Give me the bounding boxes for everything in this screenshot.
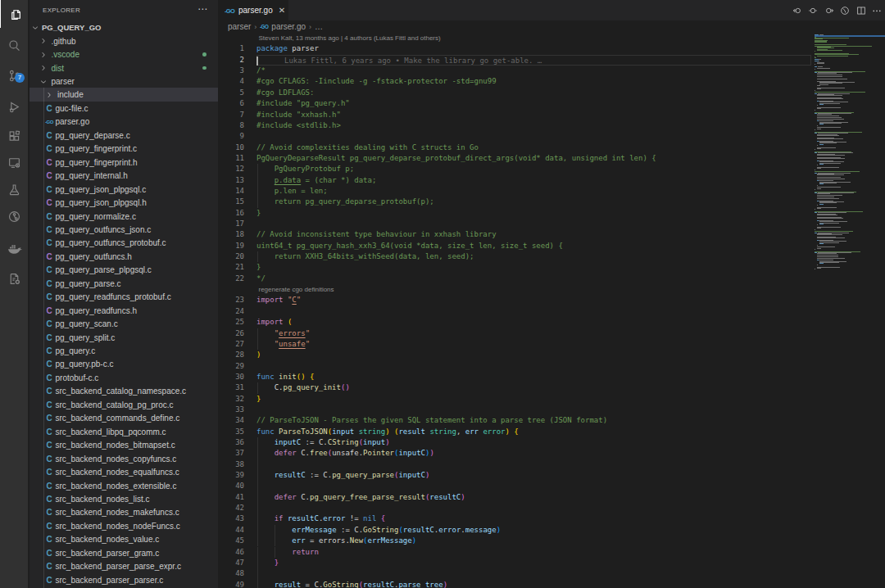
code-line-7[interactable]: 7#include "xxhash.h"	[218, 110, 811, 120]
code-line-22[interactable]: 22*/	[218, 274, 811, 284]
code-line-33[interactable]: 33	[218, 405, 811, 415]
tree-item-pg_query.c[interactable]: Cpg_query.c	[30, 344, 218, 358]
tree-item-guc-file.c[interactable]: Cguc-file.c	[30, 102, 218, 115]
activity-item-extensions[interactable]	[0, 122, 29, 150]
code-line-32[interactable]: 32}	[218, 394, 811, 405]
tree-item-include[interactable]: include	[30, 88, 218, 102]
tree-item-src_backend_parser_gram.c[interactable]: Csrc_backend_parser_gram.c	[30, 546, 218, 560]
tree-item-pg_query_fingerprint.c[interactable]: Cpg_query_fingerprint.c	[30, 142, 218, 156]
codelens-blame-authors[interactable]: Steven Kalt, 13 months ago | 4 authors (…	[259, 34, 441, 42]
code-line-23[interactable]: 23import "C"	[218, 295, 811, 305]
tree-item-pg_query_parse_plpgsql.c[interactable]: Cpg_query_parse_plpgsql.c	[30, 263, 218, 277]
code-line-11[interactable]: 11PgQueryDeparseResult pg_query_deparse_…	[218, 153, 811, 164]
code-line-13[interactable]: 13 p.data = (char *) data;	[218, 175, 811, 186]
code-line-1[interactable]: 1package parser	[218, 43, 811, 54]
code-line-20[interactable]: 20 return XXH3_64bits_withSeed(data, len…	[218, 251, 811, 262]
code-line-21[interactable]: 21}	[218, 262, 811, 273]
tree-item-pg_query_scan.c[interactable]: Cpg_query_scan.c	[30, 317, 218, 331]
tree-item-src_backend_nodes_bitmapset.c[interactable]: Csrc_backend_nodes_bitmapset.c	[30, 438, 218, 452]
tree-item-src_backend_nodes_list.c[interactable]: Csrc_backend_nodes_list.c	[30, 492, 218, 506]
tree-item-src_backend_nodes_value.c[interactable]: Csrc_backend_nodes_value.c	[30, 532, 218, 546]
code-line-42[interactable]: 42	[218, 503, 811, 513]
tree-item-.vscode[interactable]: .vscode	[30, 47, 218, 61]
tree-item-pg_query_fingerprint.h[interactable]: Cpg_query_fingerprint.h	[30, 156, 218, 170]
code-editor[interactable]: Steven Kalt, 13 months ago | 4 authors (…	[218, 0, 885, 588]
tree-item-src_backend_catalog_pg_proc.c[interactable]: Csrc_backend_catalog_pg_proc.c	[30, 398, 218, 412]
activity-item-gitlens[interactable]	[0, 202, 29, 230]
tree-item-pg_query_parse.c[interactable]: Cpg_query_parse.c	[30, 277, 218, 291]
activity-item-explorer[interactable]	[0, 0, 29, 28]
tree-item-pg_query_readfuncs_protobuf.c[interactable]: Cpg_query_readfuncs_protobuf.c	[30, 290, 218, 304]
activity-item-source-control[interactable]: 7	[0, 61, 29, 89]
code-line-10[interactable]: 10// Avoid complexities dealing with C s…	[218, 142, 811, 153]
tree-item-src_backend_nodes_makefuncs.c[interactable]: Csrc_backend_nodes_makefuncs.c	[30, 505, 218, 519]
code-line-18[interactable]: 18// Avoid inconsistent type behaviour i…	[218, 229, 811, 240]
tree-item-pg_query_internal.h[interactable]: Cpg_query_internal.h	[30, 169, 218, 183]
code-line-17[interactable]: 17	[218, 219, 811, 229]
code-line-35[interactable]: 35func ParseToJSON(input string) (result…	[218, 427, 811, 437]
code-line-48[interactable]: 48	[218, 568, 811, 579]
code-line-45[interactable]: 45 err = errors.New(errMessage)	[218, 536, 811, 546]
tree-root-pg_query_go[interactable]: PG_QUERY_GO	[30, 20, 218, 34]
code-line-44[interactable]: 44 errMessage := C.GoString(resultC.erro…	[218, 525, 811, 536]
code-line-6[interactable]: 6#include "pg_query.h"	[218, 98, 811, 109]
code-line-30[interactable]: 30func init() {	[218, 372, 811, 382]
activity-item-docker[interactable]	[0, 235, 29, 263]
tree-item-protobuf-c.c[interactable]: Cprotobuf-c.c	[30, 371, 218, 385]
code-line-26[interactable]: 26 "errors"	[218, 328, 811, 339]
tree-item-pg_query_split.c[interactable]: Cpg_query_split.c	[30, 331, 218, 345]
code-line-25[interactable]: 25import (	[218, 317, 811, 328]
tree-item-dist[interactable]: dist	[30, 61, 218, 75]
tree-item-pg_query_outfuncs_protobuf.c[interactable]: Cpg_query_outfuncs_protobuf.c	[30, 236, 218, 250]
tree-item-src_backend_parser_parse_expr.c[interactable]: Csrc_backend_parser_parse_expr.c	[30, 559, 218, 573]
ellipsis-icon[interactable]: ⋯	[197, 3, 208, 15]
code-line-37[interactable]: 37 defer C.free(unsafe.Pointer(inputC))	[218, 448, 811, 459]
code-line-4[interactable]: 4#cgo CFLAGS: -Iinclude -g -fstack-prote…	[218, 76, 811, 87]
activity-item-testing[interactable]	[0, 175, 29, 203]
code-line-47[interactable]: 47 }	[218, 558, 811, 568]
code-line-24[interactable]: 24	[218, 306, 811, 317]
code-line-49[interactable]: 49 result = C.GoString(resultC.parse_tre…	[218, 580, 811, 588]
code-line-34[interactable]: 34// ParseToJSON - Parses the given SQL …	[218, 415, 811, 426]
code-line-41[interactable]: 41 defer C.pg_query_free_parse_result(re…	[218, 492, 811, 503]
tree-item-src_backend_catalog_namespace.c[interactable]: Csrc_backend_catalog_namespace.c	[30, 384, 218, 398]
code-line-12[interactable]: 12 PgQueryProtobuf p;	[218, 164, 811, 174]
tree-item-pg_query_outfuncs.h[interactable]: Cpg_query_outfuncs.h	[30, 250, 218, 264]
code-line-15[interactable]: 15 return pg_query_deparse_protobuf(p);	[218, 197, 811, 207]
tree-item-.github[interactable]: .github	[30, 34, 218, 48]
code-line-16[interactable]: 16}	[218, 208, 811, 219]
activity-item-search[interactable]	[0, 31, 29, 59]
tree-item-pg_query_readfuncs.h[interactable]: Cpg_query_readfuncs.h	[30, 304, 218, 318]
tree-item-parser.go[interactable]: -GOparser.go	[30, 115, 218, 129]
activity-item-run-and-debug[interactable]	[0, 93, 29, 120]
tree-item-src_backend_commands_define.c[interactable]: Csrc_backend_commands_define.c	[30, 411, 218, 425]
code-line-5[interactable]: 5#cgo LDFLAGS:	[218, 88, 811, 98]
code-line-39[interactable]: 39 resultC := C.pg_query_parse(inputC)	[218, 470, 811, 481]
activity-item-build-tools[interactable]	[0, 265, 29, 292]
tree-item-pg_query_json_plpgsql.h[interactable]: Cpg_query_json_plpgsql.h	[30, 196, 218, 210]
code-line-8[interactable]: 8#include <stdlib.h>	[218, 120, 811, 131]
tree-item-pg_query_json_plpgsql.c[interactable]: Cpg_query_json_plpgsql.c	[30, 183, 218, 197]
code-line-28[interactable]: 28)	[218, 350, 811, 360]
code-line-40[interactable]: 40	[218, 481, 811, 491]
code-line-27[interactable]: 27 "unsafe"	[218, 339, 811, 350]
tree-item-pg_query.pb-c.c[interactable]: Cpg_query.pb-c.c	[30, 357, 218, 371]
code-line-19[interactable]: 19uint64_t pg_query_hash_xxh3_64(void *d…	[218, 241, 811, 251]
tree-item-src_backend_nodes_nodeFuncs.c[interactable]: Csrc_backend_nodes_nodeFuncs.c	[30, 519, 218, 533]
tree-item-src_backend_nodes_copyfuncs.c[interactable]: Csrc_backend_nodes_copyfuncs.c	[30, 452, 218, 466]
tree-item-pg_query_deparse.c[interactable]: Cpg_query_deparse.c	[30, 129, 218, 142]
code-line-38[interactable]: 38	[218, 459, 811, 470]
code-line-36[interactable]: 36 inputC := C.CString(input)	[218, 437, 811, 448]
activity-item-remote-explorer[interactable]	[0, 148, 29, 176]
code-line-29[interactable]: 29	[218, 361, 811, 372]
tree-item-pg_query_outfuncs_json.c[interactable]: Cpg_query_outfuncs_json.c	[30, 223, 218, 237]
tree-item-src_backend_parser_parser.c[interactable]: Csrc_backend_parser_parser.c	[30, 573, 218, 587]
code-line-31[interactable]: 31 C.pg_query_init()	[218, 382, 811, 393]
tree-item-pg_query_normalize.c[interactable]: Cpg_query_normalize.c	[30, 210, 218, 224]
code-line-3[interactable]: 3/*	[218, 66, 811, 76]
code-line-9[interactable]: 9	[218, 131, 811, 142]
tree-item-src_backend_nodes_equalfuncs.c[interactable]: Csrc_backend_nodes_equalfuncs.c	[30, 465, 218, 479]
tree-item-src_backend_nodes_extensible.c[interactable]: Csrc_backend_nodes_extensible.c	[30, 479, 218, 493]
tree-item-parser[interactable]: parser	[30, 75, 218, 88]
code-line-46[interactable]: 46 return	[218, 547, 811, 558]
